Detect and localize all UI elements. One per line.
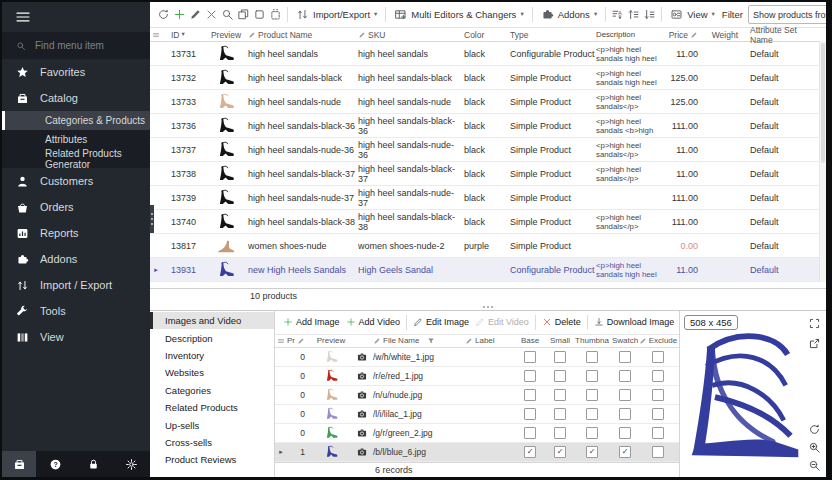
- search-products-button[interactable]: [221, 6, 234, 24]
- checkbox[interactable]: [524, 427, 536, 439]
- rotate-icon[interactable]: [806, 421, 822, 437]
- add-image-button[interactable]: Add Image: [281, 314, 342, 331]
- column-header-price[interactable]: Price: [660, 30, 704, 40]
- checkbox[interactable]: [619, 370, 631, 382]
- gear-icon[interactable]: [125, 458, 138, 471]
- tab-categories[interactable]: Categories: [150, 382, 274, 399]
- checkbox[interactable]: [554, 389, 566, 401]
- checkbox[interactable]: [652, 370, 664, 382]
- column-header-color[interactable]: Color: [464, 30, 510, 40]
- checkbox[interactable]: [554, 351, 566, 363]
- column-header-base[interactable]: Base: [515, 336, 545, 345]
- help-icon[interactable]: ?: [49, 458, 62, 471]
- checkbox[interactable]: [586, 351, 598, 363]
- column-header-thumbnail[interactable]: Thumbna: [575, 336, 609, 345]
- table-row[interactable]: 13736high heel sandals-black-36high heel…: [150, 114, 826, 138]
- checkbox[interactable]: ✓: [554, 446, 566, 458]
- sidebar-item-reports[interactable]: Reports: [2, 220, 150, 246]
- checkbox[interactable]: [586, 389, 598, 401]
- sidebar-item-categories-products[interactable]: Categories & Products: [2, 111, 150, 130]
- checkbox[interactable]: ✓: [586, 446, 598, 458]
- table-row[interactable]: ▸1/b/l/blue_6.jpg✓✓✓✓: [275, 443, 679, 462]
- refresh-button[interactable]: [157, 6, 170, 24]
- vertical-scrollbar[interactable]: [819, 41, 826, 282]
- copy-button[interactable]: [237, 6, 250, 24]
- checkbox[interactable]: [619, 408, 631, 420]
- edit-product-button[interactable]: [189, 6, 202, 24]
- tab-product-reviews[interactable]: Product Reviews: [150, 451, 274, 468]
- checkbox[interactable]: [652, 408, 664, 420]
- checkbox[interactable]: [652, 389, 664, 401]
- paste-special-button[interactable]: [269, 6, 282, 24]
- tab-up-sells[interactable]: Up-sells: [150, 416, 274, 433]
- table-row[interactable]: 13733high heel sandals-nudehigh heel san…: [150, 90, 826, 114]
- download-image-button[interactable]: Download Image: [592, 314, 677, 331]
- sidebar-item-import-export[interactable]: Import / Export: [2, 272, 150, 298]
- delete-image-button[interactable]: Delete: [540, 314, 583, 331]
- sort-text-button[interactable]: A: [611, 6, 624, 24]
- table-row[interactable]: 0/n/u/nude.jpg: [275, 386, 679, 405]
- column-header-preview[interactable]: Preview: [204, 30, 248, 40]
- table-row[interactable]: 13737high heel sandals-nude-36high heel …: [150, 138, 826, 162]
- lock-icon[interactable]: [87, 458, 100, 471]
- move-down-button[interactable]: [643, 6, 656, 24]
- table-row[interactable]: 13731high heel sandalshigh heel sandalsb…: [150, 42, 826, 66]
- bottom-panel-splitter[interactable]: [150, 303, 826, 310]
- checkbox[interactable]: [524, 370, 536, 382]
- checkbox[interactable]: [619, 351, 631, 363]
- table-row[interactable]: 13732high heel sandals-blackhigh heel sa…: [150, 66, 826, 90]
- checkbox[interactable]: [524, 408, 536, 420]
- checkbox[interactable]: [586, 370, 598, 382]
- tab-cross-sells[interactable]: Cross-sells: [150, 434, 274, 451]
- tab-description[interactable]: Description: [150, 329, 274, 346]
- checkbox[interactable]: [524, 389, 536, 401]
- table-row[interactable]: 13738high heel sandals-black-37high heel…: [150, 162, 826, 186]
- table-row[interactable]: 13817women shoes-nudewomen shoes-nude-2p…: [150, 234, 826, 258]
- multi-editors-button[interactable]: Multi Editors & Changers▾: [391, 6, 526, 24]
- sidebar-item-customers[interactable]: Customers: [2, 168, 150, 194]
- sidebar-item-addons[interactable]: Addons: [2, 246, 150, 272]
- zoom-out-icon[interactable]: [806, 457, 822, 473]
- sidebar-item-related-products-generator[interactable]: Related Products Generator: [2, 149, 150, 168]
- tab-websites[interactable]: Websites: [150, 364, 274, 381]
- column-header-label[interactable]: Label: [465, 336, 515, 345]
- checkbox[interactable]: [586, 427, 598, 439]
- sidebar-item-tools[interactable]: Tools: [2, 298, 150, 324]
- sidebar-item-orders[interactable]: Orders: [2, 194, 150, 220]
- checkbox[interactable]: [652, 446, 664, 458]
- column-header-exclude[interactable]: Exclude: [641, 336, 675, 345]
- column-header-preview[interactable]: Preview: [311, 336, 351, 345]
- grid-corner-icon[interactable]: [275, 337, 287, 345]
- tab-images-and-video[interactable]: Images and Video: [150, 312, 274, 329]
- column-header-product-name[interactable]: Product Name: [248, 30, 358, 40]
- sidebar-item-attributes[interactable]: Attributes: [2, 130, 150, 149]
- zoom-in-icon[interactable]: [806, 439, 822, 455]
- move-up-button[interactable]: [627, 6, 640, 24]
- column-header-swatch[interactable]: Swatch: [609, 336, 641, 345]
- column-header-small[interactable]: Small: [545, 336, 575, 345]
- table-row[interactable]: 0/l/i/lilac_1.jpg: [275, 405, 679, 424]
- sidebar-item-view[interactable]: View: [2, 324, 150, 350]
- store-button[interactable]: [2, 451, 36, 477]
- edit-video-button[interactable]: Edit Video: [473, 314, 531, 331]
- fullscreen-icon[interactable]: [806, 315, 822, 331]
- table-row[interactable]: 13740high heel sandals-black-38high heel…: [150, 210, 826, 234]
- edit-image-button[interactable]: Edit Image: [411, 314, 471, 331]
- checkbox[interactable]: [554, 408, 566, 420]
- add-product-button[interactable]: [173, 6, 186, 24]
- grid-corner-icon[interactable]: [150, 31, 162, 39]
- column-header-weight[interactable]: Weight: [704, 30, 742, 40]
- sidebar-search-input[interactable]: Find menu item: [2, 32, 150, 59]
- table-row[interactable]: 13739high heel sandals-nude-37high heel …: [150, 186, 826, 210]
- checkbox[interactable]: [524, 351, 536, 363]
- checkbox[interactable]: ✓: [524, 446, 536, 458]
- checkbox[interactable]: [652, 427, 664, 439]
- import-export-button[interactable]: Import/Export▾: [293, 6, 380, 24]
- column-header-description[interactable]: Description: [596, 30, 660, 39]
- column-header-position[interactable]: Pr: [287, 336, 311, 345]
- checkbox[interactable]: [586, 408, 598, 420]
- table-row[interactable]: ▸13931new High Heels SandalsHigh Geels S…: [150, 258, 826, 282]
- sidebar-item-catalog[interactable]: Catalog: [2, 85, 150, 111]
- sidebar-item-favorites[interactable]: Favorites: [2, 59, 150, 85]
- checkbox[interactable]: [554, 427, 566, 439]
